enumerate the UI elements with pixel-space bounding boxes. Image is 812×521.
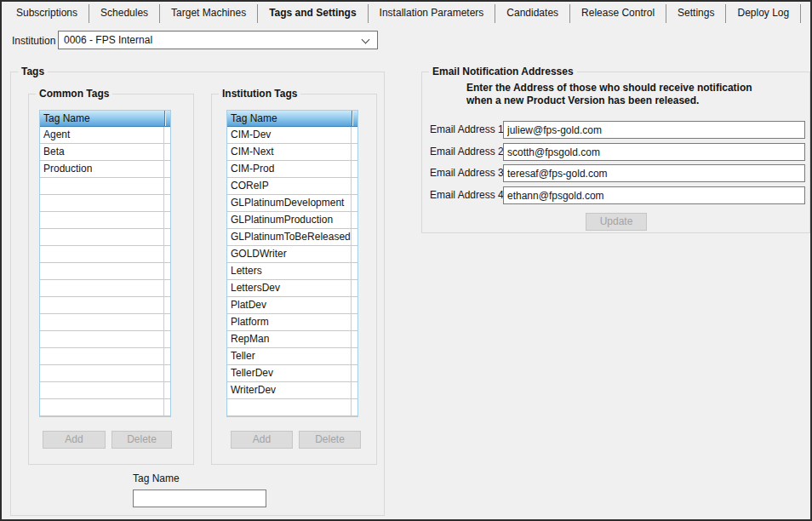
- column-header-label: Tag Name: [40, 111, 165, 126]
- institution-add-button[interactable]: Add: [231, 431, 293, 449]
- tag-row[interactable]: Teller: [227, 348, 357, 365]
- grid-column-header[interactable]: Tag Name: [227, 111, 357, 127]
- common-tags-groupbox: Common Tags Tag NameAgentBetaProduction …: [28, 94, 194, 465]
- email-group-title: Email Notification Addresses: [429, 66, 577, 77]
- email-address-1-label: Email Address 1: [430, 123, 504, 135]
- tag-row[interactable]: GOLDWriter: [227, 246, 357, 263]
- empty-row: [40, 314, 170, 331]
- tag-row[interactable]: PlatDev: [227, 297, 357, 314]
- email-address-2-label: Email Address 2: [430, 146, 504, 157]
- institution-label: Institution: [12, 35, 55, 47]
- empty-row: [40, 246, 170, 263]
- email-address-4-input[interactable]: [503, 186, 805, 204]
- tag-row[interactable]: WriterDev: [227, 382, 357, 399]
- tab-candidates[interactable]: Candidates: [495, 4, 570, 23]
- tag-row[interactable]: COReIP: [227, 178, 357, 195]
- email-address-2-input[interactable]: [503, 143, 805, 161]
- app-window: SubscriptionsSchedulesTarget MachinesTag…: [0, 0, 812, 521]
- common-tags-grid[interactable]: Tag NameAgentBetaProduction: [39, 110, 171, 417]
- tag-row[interactable]: LettersDev: [227, 280, 357, 297]
- tags-group-title: Tags: [18, 66, 48, 77]
- empty-row: [40, 178, 170, 195]
- tag-name-label: Tag Name: [133, 472, 180, 484]
- institution-delete-button[interactable]: Delete: [299, 431, 361, 449]
- tab-deploy-log[interactable]: Deploy Log: [726, 4, 801, 23]
- empty-row: [40, 229, 170, 246]
- empty-row: [40, 212, 170, 229]
- email-address-3-label: Email Address 3: [430, 167, 504, 179]
- tag-name-input[interactable]: [133, 490, 266, 507]
- tag-row[interactable]: GLPlatinumDevelopment: [227, 195, 357, 212]
- tag-row[interactable]: Agent: [40, 127, 170, 144]
- email-address-3-input[interactable]: [503, 164, 805, 182]
- tag-row[interactable]: Production: [40, 161, 170, 178]
- grid-column-header[interactable]: Tag Name: [40, 111, 170, 127]
- tag-row[interactable]: Platform: [227, 314, 357, 331]
- tab-strip: SubscriptionsSchedulesTarget MachinesTag…: [5, 4, 801, 23]
- email-address-1-input[interactable]: [503, 121, 805, 139]
- chevron-down-icon: [362, 36, 370, 44]
- tag-row[interactable]: CIM-Prod: [227, 161, 357, 178]
- tags-groupbox: Tags Common Tags Tag NameAgentBetaProduc…: [10, 72, 385, 516]
- empty-row: [40, 365, 170, 382]
- email-instructions: Enter the Address of those who should re…: [466, 82, 752, 107]
- empty-row: [40, 195, 170, 212]
- empty-row: [40, 280, 170, 297]
- tag-row[interactable]: CIM-Dev: [227, 127, 357, 144]
- empty-row: [40, 297, 170, 314]
- empty-row: [40, 331, 170, 348]
- empty-row: [227, 399, 357, 416]
- email-notification-groupbox: Email Notification Addresses Enter the A…: [421, 72, 810, 233]
- tab-tags-and-settings[interactable]: Tags and Settings: [258, 4, 368, 23]
- tab-subscriptions[interactable]: Subscriptions: [5, 4, 89, 23]
- tab-release-control[interactable]: Release Control: [570, 4, 666, 23]
- email-address-4-label: Email Address 4: [430, 189, 504, 201]
- empty-row: [40, 348, 170, 365]
- tab-schedules[interactable]: Schedules: [89, 4, 160, 23]
- tag-row[interactable]: TellerDev: [227, 365, 357, 382]
- tag-row[interactable]: GLPlatinumToBeReleased: [227, 229, 357, 246]
- empty-row: [40, 399, 170, 416]
- empty-row: [40, 263, 170, 280]
- tag-row[interactable]: RepMan: [227, 331, 357, 348]
- common-tags-title: Common Tags: [36, 88, 112, 100]
- institution-tags-grid[interactable]: Tag NameCIM-DevCIM-NextCIM-ProdCOReIPGLP…: [226, 110, 358, 417]
- column-header-label: Tag Name: [227, 111, 352, 126]
- common-add-button[interactable]: Add: [43, 431, 106, 449]
- tab-installation-parameters[interactable]: Installation Parameters: [369, 4, 496, 23]
- email-instruction-line1: Enter the Address of those who should re…: [466, 82, 752, 94]
- tab-target-machines[interactable]: Target Machines: [160, 4, 258, 23]
- email-instruction-line2: when a new Product Version has been rele…: [466, 94, 752, 107]
- header-filler-strip: [165, 111, 170, 126]
- tag-row[interactable]: Letters: [227, 263, 357, 280]
- tab-settings[interactable]: Settings: [666, 4, 726, 23]
- institution-dropdown[interactable]: 0006 - FPS Internal: [58, 31, 378, 49]
- update-button[interactable]: Update: [586, 213, 647, 231]
- common-delete-button[interactable]: Delete: [112, 431, 172, 449]
- institution-selected-value: 0006 - FPS Internal: [64, 34, 152, 46]
- tag-row[interactable]: Beta: [40, 144, 170, 161]
- tag-row[interactable]: GLPlatinumProduction: [227, 212, 357, 229]
- empty-row: [40, 382, 170, 399]
- institution-tags-groupbox: Institution Tags Tag NameCIM-DevCIM-Next…: [211, 94, 377, 465]
- header-filler-strip: [352, 111, 357, 126]
- institution-tags-title: Institution Tags: [219, 88, 300, 100]
- tag-row[interactable]: CIM-Next: [227, 144, 357, 161]
